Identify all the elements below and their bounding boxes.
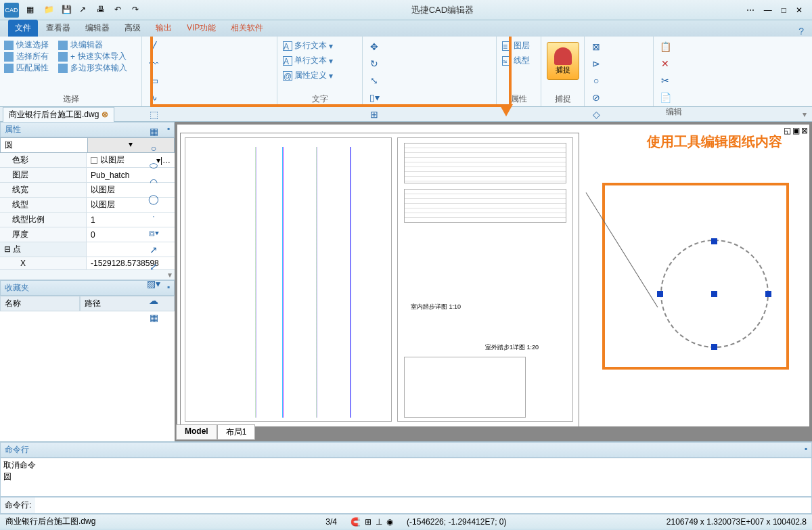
snap-button[interactable]: 捕捉 bbox=[547, 42, 579, 80]
scale-icon[interactable]: ⤡ bbox=[367, 73, 382, 88]
redo-icon[interactable]: ↷ bbox=[132, 5, 143, 16]
command-prompt: 命令行: bbox=[1, 498, 35, 513]
doc-close-icon[interactable]: ⊗ bbox=[102, 110, 108, 119]
view-close-icon[interactable]: ⊠ bbox=[801, 126, 808, 135]
tab-file[interactable]: 文件 bbox=[8, 20, 38, 37]
undo-icon[interactable]: ↶ bbox=[114, 5, 125, 16]
mirror-icon[interactable]: ▯▾ bbox=[367, 90, 382, 105]
delete-icon[interactable]: ✕ bbox=[658, 56, 673, 71]
status-toggles: 🧲 ⊞ ⊥ ◉ bbox=[351, 517, 393, 527]
xline-icon[interactable]: ⤢ bbox=[146, 259, 161, 274]
annotation-text: 使用工具编辑图纸内容 bbox=[647, 133, 782, 151]
move-icon[interactable]: ✥ bbox=[367, 39, 382, 54]
copy-icon[interactable]: 📋 bbox=[658, 39, 673, 54]
ring-icon[interactable]: ◯ bbox=[146, 192, 161, 206]
pin-icon[interactable]: ▪ bbox=[805, 444, 807, 456]
rotate-icon[interactable]: ↻ bbox=[367, 56, 382, 71]
snap-mid-icon[interactable]: ⊳ bbox=[589, 56, 604, 71]
view-restore-icon[interactable]: ◱ bbox=[784, 126, 791, 135]
status-filename: 商业银行后台施工图.dwg bbox=[5, 516, 95, 527]
close-button[interactable]: ✕ bbox=[796, 5, 803, 15]
point-icon[interactable]: · bbox=[146, 208, 161, 223]
osnap-toggle[interactable]: 🧲 bbox=[351, 517, 361, 527]
snap-cen-icon[interactable]: ○ bbox=[589, 73, 604, 88]
quick-select-button[interactable]: 快速选择 bbox=[4, 39, 49, 51]
tab-advanced[interactable]: 高级 bbox=[118, 20, 148, 37]
command-log: 取消命令 圆 bbox=[0, 458, 812, 497]
new-icon[interactable]: ▦ bbox=[26, 5, 37, 16]
main-area: 属性▪ 圆▾ 色彩以图层▾|… 图层Pub_hatch 线宽以图层 线型以图层 … bbox=[0, 122, 812, 441]
snap-icon bbox=[554, 47, 572, 65]
ortho-toggle[interactable]: ⊥ bbox=[376, 517, 382, 527]
save-icon[interactable]: 💾 bbox=[62, 5, 72, 16]
status-view: 2106749 x 1.320073E+007 x 100402.8 bbox=[667, 517, 807, 527]
spline-icon[interactable]: ∿ bbox=[146, 90, 161, 105]
group-edit: 📋✕ ✂📄 编辑 bbox=[654, 37, 694, 106]
canvas-area: 室内踏步详图 1:10 室外踏步1详图 1:20 使用工具编辑图纸内容 ◱ ▣ … bbox=[175, 122, 812, 441]
export-icon[interactable]: ↗ bbox=[79, 5, 90, 16]
group-tools: ✥ ↻ ⤡ ▯▾ ⊞ ⧉ ✂ ⟶ ⌒ ◿ ⎋ ⧂ ✴ ≡ ⟂ ⊢ ⧉ ↔ 工具 bbox=[363, 37, 497, 106]
block-editor-button[interactable]: 块编辑器 bbox=[58, 39, 127, 51]
pattern-icon[interactable]: ▨▾ bbox=[146, 276, 161, 291]
cut-icon[interactable]: ✂ bbox=[658, 73, 673, 88]
group-select: 快速选择 选择所有 匹配属性 块编辑器 +快速实体导入 多边形实体输入 选择 bbox=[0, 37, 142, 106]
circle-icon[interactable]: ○ bbox=[146, 141, 161, 156]
ellipse-icon[interactable]: ⬭ bbox=[146, 158, 161, 173]
attrdef-button[interactable]: @属性定义▾ bbox=[281, 69, 358, 82]
paste-icon[interactable]: 📄 bbox=[658, 90, 673, 105]
select-all-button[interactable]: 选择所有 bbox=[4, 51, 49, 62]
fast-import-button[interactable]: +快速实体导入 bbox=[58, 51, 127, 62]
group-draw: ╱ 〰 ▭ ∿ ⬚ ▦ ○ ⬭ ◠ ◯ · ⧈▾ ↗ ⤢ ▨▾ ☁ ▦ 绘制 bbox=[142, 37, 277, 106]
open-icon[interactable]: 📁 bbox=[44, 5, 55, 16]
table-icon[interactable]: ▦ bbox=[146, 310, 161, 325]
minimize-button[interactable]: — bbox=[764, 5, 772, 15]
view-max-icon[interactable]: ▣ bbox=[792, 126, 800, 135]
cloud-icon[interactable]: ☁ bbox=[146, 293, 161, 308]
tab-viewer[interactable]: 查看器 bbox=[39, 20, 77, 37]
window-buttons: ⋯ — □ ✕ bbox=[737, 5, 812, 15]
snap-end-icon[interactable]: ⊠ bbox=[589, 39, 604, 54]
poly-input-button[interactable]: 多边形实体输入 bbox=[58, 62, 127, 74]
mtext-button[interactable]: A多行文本▾ bbox=[281, 39, 358, 52]
tab-related[interactable]: 相关软件 bbox=[224, 20, 270, 37]
tab-editor[interactable]: 编辑器 bbox=[78, 20, 116, 37]
group-label: 属性 bbox=[501, 92, 537, 105]
status-coords: (-1546226; -1.294412E7; 0) bbox=[407, 517, 506, 527]
ray-icon[interactable]: ↗ bbox=[146, 242, 161, 257]
sheet-layout1[interactable]: 布局1 bbox=[217, 424, 256, 440]
group-label: 编辑 bbox=[658, 105, 690, 118]
polyline-icon[interactable]: 〰 bbox=[146, 56, 161, 71]
line-icon[interactable]: ╱ bbox=[146, 39, 161, 54]
linetype-button[interactable]: ≈线型 bbox=[501, 54, 537, 67]
command-area: 命令行▪ 取消命令 圆 命令行: bbox=[0, 441, 812, 514]
rect-icon[interactable]: ▭ bbox=[146, 73, 161, 88]
doc-tab[interactable]: 商业银行后台施工图.dwg ⊗ bbox=[3, 107, 114, 122]
arc-icon[interactable]: ◠ bbox=[146, 175, 161, 190]
snap-node-icon[interactable]: ⊘ bbox=[589, 90, 604, 105]
dropdown-icon[interactable]: ▾ bbox=[803, 110, 807, 119]
more-icon[interactable]: ⋯ bbox=[746, 5, 754, 15]
tab-output[interactable]: 输出 bbox=[149, 20, 179, 37]
match-props-button[interactable]: 匹配属性 bbox=[4, 62, 49, 74]
group-label: 选择 bbox=[4, 92, 137, 105]
hatch-icon[interactable]: ▦ bbox=[146, 124, 161, 139]
grid-toggle[interactable]: ⊞ bbox=[365, 517, 371, 527]
tab-vip[interactable]: VIP功能 bbox=[180, 20, 223, 37]
doc-tab-label: 商业银行后台施工图.dwg bbox=[9, 109, 99, 120]
block-icon[interactable]: ⧈▾ bbox=[146, 225, 161, 240]
sheet-model[interactable]: Model bbox=[176, 424, 217, 440]
region-icon[interactable]: ⬚ bbox=[146, 107, 161, 122]
sheet-tabs: Model 布局1 bbox=[176, 424, 255, 440]
layer-button[interactable]: ≡图层 bbox=[501, 39, 537, 52]
quick-access-toolbar: ▦ 📁 💾 ↗ 🖶 ↶ ↷ bbox=[21, 5, 148, 16]
command-input[interactable] bbox=[35, 498, 811, 513]
snap-quad-icon[interactable]: ◇ bbox=[589, 107, 604, 122]
print-icon[interactable]: 🖶 bbox=[97, 5, 108, 16]
drawing-canvas[interactable]: 室内踏步详图 1:10 室外踏步1详图 1:20 使用工具编辑图纸内容 ◱ ▣ … bbox=[177, 125, 809, 426]
polar-toggle[interactable]: ◉ bbox=[386, 517, 393, 527]
help-icon[interactable]: ? bbox=[798, 26, 804, 37]
array-icon[interactable]: ⊞ bbox=[367, 107, 382, 122]
cmd-header: 命令行▪ bbox=[0, 442, 812, 458]
maximize-button[interactable]: □ bbox=[782, 5, 786, 15]
stext-button[interactable]: A单行文本▾ bbox=[281, 54, 358, 67]
